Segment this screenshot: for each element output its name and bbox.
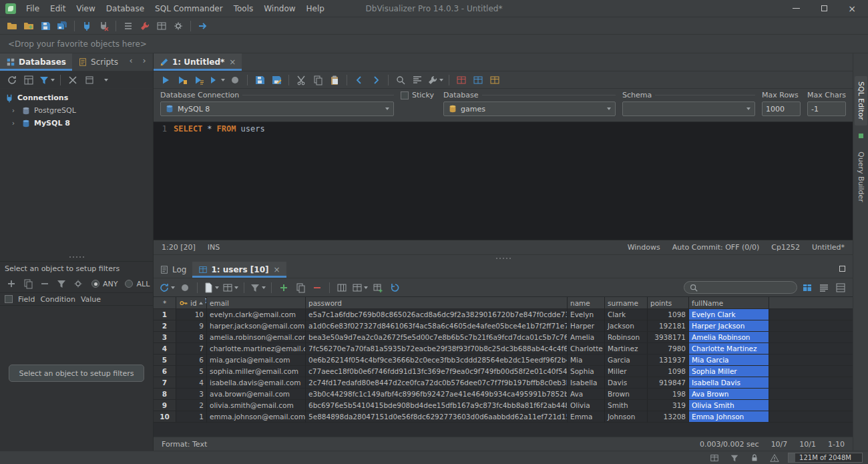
cell-name[interactable]: Isabella: [568, 377, 605, 389]
lock-status-button[interactable]: [748, 451, 761, 464]
stop-result-button[interactable]: [178, 281, 192, 294]
grid-view-toggle-button[interactable]: [801, 281, 814, 294]
vtab-query-builder[interactable]: Query Builder: [855, 146, 867, 208]
cell-id[interactable]: 2: [176, 400, 207, 411]
row-number-cell[interactable]: 2: [154, 320, 176, 332]
row-number-cell[interactable]: 10: [154, 411, 176, 423]
close-button[interactable]: ×: [845, 2, 859, 15]
cell-surname[interactable]: Miller: [605, 366, 648, 377]
cell-surname[interactable]: Smith: [605, 400, 648, 411]
menu-sql-commander[interactable]: SQL Commander: [150, 3, 228, 15]
max-chars-input[interactable]: [807, 101, 846, 116]
table-row[interactable]: 10 1 emma.johnson@email.com 5e884898da28…: [154, 411, 853, 423]
insert-row-button[interactable]: [277, 281, 290, 294]
tree-node-mysql8[interactable]: › MySQL 8: [0, 117, 153, 130]
max-rows-input[interactable]: [762, 101, 801, 116]
column-layout-button[interactable]: [335, 281, 349, 294]
menu-window[interactable]: Window: [259, 3, 300, 15]
menu-file[interactable]: File: [21, 3, 44, 15]
export-result-button[interactable]: [203, 281, 219, 294]
cell-password[interactable]: 6bc6976e5b5410415bde908bd4dee15dfb167a9c…: [306, 400, 568, 411]
navigate-button[interactable]: [196, 19, 210, 33]
tab-untitled-editor[interactable]: 1: Untitled* ×: [154, 53, 242, 71]
row-number-cell[interactable]: 5: [154, 355, 176, 366]
cell-surname[interactable]: Clark: [605, 309, 648, 320]
column-header-surname[interactable]: surname: [605, 297, 648, 308]
cell-id[interactable]: 4: [176, 377, 207, 389]
maximize-results-button[interactable]: [835, 262, 849, 275]
encoding[interactable]: Cp1252: [771, 243, 800, 252]
cell-name[interactable]: Emma: [568, 411, 605, 423]
cell-points[interactable]: 1098: [648, 309, 689, 320]
export-settings-button[interactable]: [172, 19, 185, 33]
table-row[interactable]: 6 5 sophia.miller@email.com c77aeec18f0b…: [154, 366, 853, 377]
maximize-button[interactable]: [817, 2, 831, 15]
menu-help[interactable]: Help: [302, 3, 329, 15]
cell-points[interactable]: 1098: [648, 366, 689, 377]
filter-result-button[interactable]: [250, 281, 266, 294]
cell-email[interactable]: harper.jackson@email.com: [207, 320, 306, 332]
cell-email[interactable]: charlotte.martinez@email.com: [207, 343, 306, 355]
menu-edit[interactable]: Edit: [45, 3, 70, 15]
sidebar-toolbar-menu-button[interactable]: [99, 73, 113, 87]
column-header-points[interactable]: points: [648, 297, 689, 308]
cell-id[interactable]: 9: [176, 320, 207, 332]
grid-corner-cell[interactable]: *: [154, 297, 176, 308]
tools-button[interactable]: [138, 19, 152, 33]
chevron-right-icon[interactable]: ›: [12, 120, 18, 127]
object-list-button[interactable]: [122, 19, 135, 33]
cell-points[interactable]: 131937: [648, 355, 689, 366]
text-view-toggle-button[interactable]: [817, 281, 831, 294]
cell-email[interactable]: isabella.davis@email.com: [207, 377, 306, 389]
history-forward-button[interactable]: [369, 73, 383, 87]
auto-commit-status[interactable]: Auto Commit: OFF (0/0): [672, 243, 760, 252]
tab-log[interactable]: Log: [154, 262, 192, 278]
remove-filter-button[interactable]: [38, 277, 51, 290]
row-number-cell[interactable]: 9: [154, 400, 176, 411]
new-folder-button[interactable]: [22, 19, 35, 33]
cell-id[interactable]: 5: [176, 366, 207, 377]
cell-fullname[interactable]: Mia Garcia: [689, 355, 769, 366]
cell-password[interactable]: a1d0c6e83f027327d8461063f4ac58a6c4605de4…: [306, 320, 568, 332]
cell-email[interactable]: ava.brown@email.com: [207, 389, 306, 400]
cell-name[interactable]: Amelia: [568, 332, 605, 343]
cell-points[interactable]: 198: [648, 389, 689, 400]
cell-id[interactable]: 1: [176, 411, 207, 423]
cell-surname[interactable]: Martinez: [605, 343, 648, 355]
cell-email[interactable]: sophia.miller@email.com: [207, 366, 306, 377]
editor-settings-button[interactable]: [427, 73, 443, 87]
chevron-right-icon[interactable]: ›: [12, 107, 18, 114]
form-view-toggle-button[interactable]: [834, 281, 847, 294]
sticky-checkbox[interactable]: [401, 91, 409, 99]
save-sql-button[interactable]: [253, 73, 266, 87]
menu-database[interactable]: Database: [101, 3, 149, 15]
cell-email[interactable]: amelia.robinson@email.com: [207, 332, 306, 343]
cell-email[interactable]: emma.johnson@email.com: [207, 411, 306, 423]
save-button[interactable]: [39, 19, 52, 33]
cell-password[interactable]: 0e6b26214f054c4bf9ce3666b2c0ece3fbb3cddd…: [306, 355, 568, 366]
table-row[interactable]: 2 9 harper.jackson@email.com a1d0c6e83f0…: [154, 320, 853, 332]
filter-objects-button[interactable]: [39, 73, 55, 87]
cell-fullname[interactable]: Isabella Davis: [689, 377, 769, 389]
column-header-name[interactable]: name: [568, 297, 605, 308]
refresh-objects-button[interactable]: [5, 73, 19, 87]
warnings-button[interactable]: [768, 451, 781, 464]
table-row[interactable]: 9 2 olivia.smith@email.com 6bc6976e5b541…: [154, 400, 853, 411]
cell-email[interactable]: olivia.smith@email.com: [207, 400, 306, 411]
cell-fullname[interactable]: Charlotte Martinez: [689, 343, 769, 355]
close-tab-icon[interactable]: ×: [274, 265, 280, 274]
undo-edits-button[interactable]: [388, 281, 401, 294]
table-row[interactable]: 3 8 amelia.robinson@email.com bea3e50a9d…: [154, 332, 853, 343]
cell-email[interactable]: evelyn.clark@email.com: [207, 309, 306, 320]
execute-menu-button[interactable]: [209, 73, 225, 87]
column-header-id[interactable]: id 1: [176, 297, 207, 308]
cell-password[interactable]: 5e884898da28047151d0e56f8dc6292773603d0d…: [306, 411, 568, 423]
row-number-cell[interactable]: 1: [154, 309, 176, 320]
cell-email[interactable]: mia.garcia@email.com: [207, 355, 306, 366]
cell-name[interactable]: Sophia: [568, 366, 605, 377]
transaction-button[interactable]: [488, 73, 501, 87]
rerun-query-button[interactable]: [159, 281, 175, 294]
table-tool-button[interactable]: [155, 19, 168, 33]
filter-select-all-checkbox[interactable]: [5, 295, 13, 303]
cell-name[interactable]: Olivia: [568, 400, 605, 411]
